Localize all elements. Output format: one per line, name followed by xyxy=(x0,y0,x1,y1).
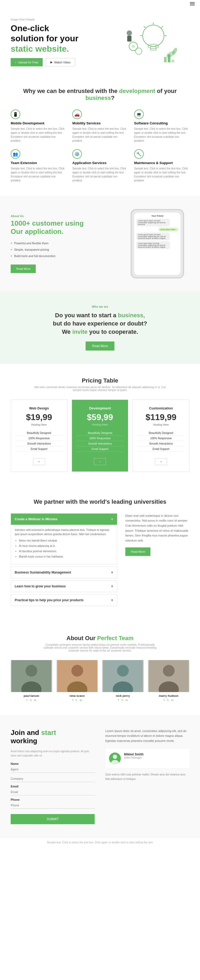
pricing-card-web: Web Design $19,99 Hosting Here Beautiful… xyxy=(11,399,67,472)
phone-input[interactable] xyxy=(11,802,94,809)
why-card-4: 👥 Team Extension Sample text. Click to s… xyxy=(11,149,66,183)
footer-text: Sample text. Click to select the text bo… xyxy=(11,841,189,844)
pricing-card-dev: Development $59,99 Hosting Here Beautifu… xyxy=(72,399,128,472)
accordion-plus-2: + xyxy=(111,570,114,575)
team-member-3: nick perry f 𝕏 in xyxy=(102,660,144,702)
who-read-more-button[interactable]: Read More xyxy=(86,342,114,350)
team-avatar-1 xyxy=(11,660,52,692)
team-name-2: nina scavo xyxy=(56,694,98,697)
pricing-grid: Web Design $19,99 Hosting Here Beautiful… xyxy=(11,399,189,472)
twitter-icon-4[interactable]: 𝕏 xyxy=(167,698,169,702)
pricing-subtitle: Albi viam commodo donec maximus accumsan… xyxy=(34,386,167,391)
universities-read-more-button[interactable]: Read More xyxy=(125,547,150,556)
phone-header: Your Friend xyxy=(136,215,178,217)
facebook-icon-2[interactable]: f xyxy=(72,698,73,702)
svg-point-31 xyxy=(113,755,117,759)
hero-svg xyxy=(119,20,185,65)
why-card-title-2: Mobility Services xyxy=(72,121,128,125)
facebook-icon-4[interactable]: f xyxy=(164,698,165,702)
plan-features-dev: Beautifully Designed 100% Responsive Smo… xyxy=(76,431,124,452)
svg-rect-17 xyxy=(171,60,174,62)
why-card-text-1: Sample text. Click to select the text bo… xyxy=(11,127,66,143)
hero-content: Image From Freepik One-click solution fo… xyxy=(11,18,78,66)
accordion-item-2: Business Sustainability Management + xyxy=(11,566,117,578)
svg-rect-15 xyxy=(164,57,167,62)
hero-title: One-click solution for your static websi… xyxy=(11,23,78,54)
linkedin-icon-4[interactable]: in xyxy=(171,698,174,702)
team-social-2[interactable]: f 𝕏 in xyxy=(56,698,98,702)
join-section: Join and start working Amet tellus cras … xyxy=(0,715,200,837)
why-card-6: 🔧 Maintenance & Support Sample text. Cli… xyxy=(134,149,189,183)
facebook-icon-1[interactable]: f xyxy=(26,698,27,702)
svg-point-9 xyxy=(132,45,135,48)
chat-bubble-2: Lorem ipsum dolor... xyxy=(158,228,178,231)
facebook-icon-3[interactable]: f xyxy=(118,698,119,702)
team-social-3[interactable]: f 𝕏 in xyxy=(102,698,144,702)
pricing-title: Pricing Table xyxy=(11,377,189,384)
pricing-section: Pricing Table Albi viam commodo donec ma… xyxy=(0,364,200,485)
join-form: Name Email Phone SUBMIT xyxy=(11,762,94,824)
why-card-title-1: Mobile Development xyxy=(11,121,66,125)
why-card-5: ⚙️ Application Services Sample text. Cli… xyxy=(72,149,128,183)
accordion-body-1: Interdum velit euismod in pellentesque m… xyxy=(11,525,117,564)
svg-point-10 xyxy=(136,48,142,54)
linkedin-icon-1[interactable]: in xyxy=(34,698,37,702)
accordion-item-1: Create a Webinar in Minutes + Interdum v… xyxy=(11,513,117,565)
svg-rect-16 xyxy=(168,54,170,62)
accordion-header-2[interactable]: Business Sustainability Management + xyxy=(11,567,117,578)
team-subtitle: Completely synergize resource taxing rel… xyxy=(40,643,160,652)
join-quote: Lorem ipsum dolor sit amet, consectetur … xyxy=(105,729,189,743)
accordion-header-4[interactable]: Practical tips to help you price your pr… xyxy=(11,595,117,606)
chat-bubble-1: Lorem ipsum dolor sit amet consectetur a… xyxy=(136,219,170,226)
plan-cta-custom[interactable]: → xyxy=(155,458,167,465)
accordion-header-1[interactable]: Create a Webinar in Minutes + xyxy=(11,514,117,525)
plan-cta-dev[interactable]: → xyxy=(94,458,106,465)
submit-button[interactable]: SUBMIT xyxy=(11,814,94,824)
team-name-3: nick perry xyxy=(102,694,144,697)
plan-price-web: $19,99 xyxy=(15,412,63,422)
about-stat: 1000+ xyxy=(11,219,30,227)
company-input[interactable] xyxy=(11,775,94,782)
join-left: Join and start working Amet tellus cras … xyxy=(11,729,94,824)
twitter-icon-3[interactable]: 𝕏 xyxy=(121,698,123,702)
accordion-header-3[interactable]: Learn how to grow your business + xyxy=(11,581,117,592)
svg-point-19 xyxy=(26,665,37,676)
hero-illustration xyxy=(115,18,189,66)
join-description: Amet tellus cras adipiscing enim eu turp… xyxy=(11,749,94,758)
team-avatar-4 xyxy=(148,660,190,692)
pricing-card-custom: Customization $119,99 Hosting Here Beaut… xyxy=(133,399,189,472)
linkedin-icon-2[interactable]: in xyxy=(80,698,82,702)
chat-bubble-3: Lorem ipsum dolor sit amet, consectetur … xyxy=(136,232,170,240)
upload-button[interactable]: ↑ Upload for Free xyxy=(11,58,43,66)
universities-content: Create a Webinar in Minutes + Interdum v… xyxy=(11,513,189,608)
about-title: 1000+ customer using Our application. xyxy=(11,219,120,236)
about-read-more-button[interactable]: Read More xyxy=(11,264,36,273)
mobile-dev-icon: 📱 xyxy=(11,110,20,119)
why-title: Why we can be entrusted with the develop… xyxy=(11,88,189,102)
twitter-icon-2[interactable]: 𝕏 xyxy=(75,698,78,702)
mobility-icon: 🚗 xyxy=(72,110,82,119)
twitter-icon-1[interactable]: 𝕏 xyxy=(30,698,32,702)
team-social-4[interactable]: f 𝕏 in xyxy=(148,698,190,702)
accordion-plus-3: + xyxy=(111,584,114,589)
plan-price-label-dev: Hosting Here xyxy=(76,423,124,426)
name-input[interactable] xyxy=(11,766,94,773)
join-right-desc: Quis viverra nibh cras pulvinar mattis. … xyxy=(105,772,189,781)
team-member-1: paul larson f 𝕏 in xyxy=(11,660,52,702)
svg-line-4 xyxy=(144,26,146,28)
upload-icon: ↑ xyxy=(15,61,16,64)
linkedin-icon-3[interactable]: in xyxy=(126,698,128,702)
form-name-group: Name xyxy=(11,762,94,773)
hamburger-menu[interactable] xyxy=(190,2,195,5)
plan-features-custom: Beautifully Designed 100% Responsive Smo… xyxy=(137,431,185,452)
who-section: Who we are Do you want to start a busine… xyxy=(0,292,200,364)
testimonial-role: Sales Manager xyxy=(124,756,144,759)
svg-line-5 xyxy=(162,26,163,28)
watch-video-button[interactable]: ▶ Watch Video xyxy=(46,58,75,66)
who-we-are-label: Who we are xyxy=(11,305,189,308)
plan-cta-web[interactable]: → xyxy=(33,458,45,465)
email-input[interactable] xyxy=(11,789,94,795)
software-icon: 💻 xyxy=(134,110,144,119)
team-social-1[interactable]: f 𝕏 in xyxy=(11,698,52,702)
why-card-title-4: Team Extension xyxy=(11,161,66,165)
